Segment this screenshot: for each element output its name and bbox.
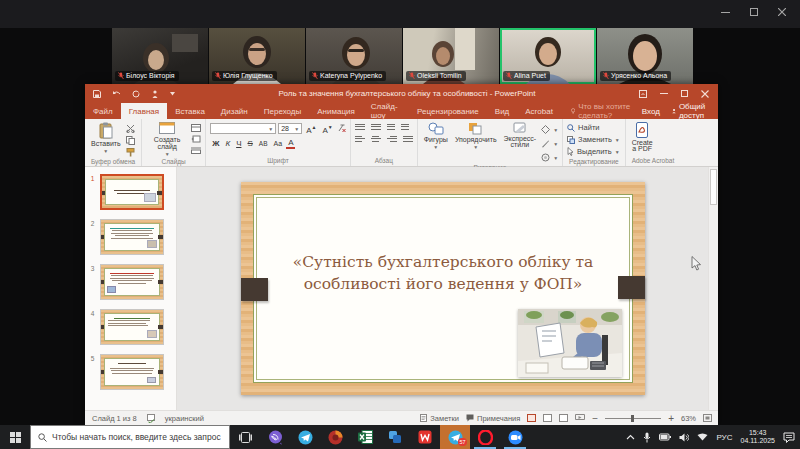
clear-formatting-icon[interactable] [337, 124, 346, 133]
slide-canvas[interactable]: «Сутність бухгалтерського обліку та особ… [241, 182, 645, 395]
shrink-font-button[interactable]: А▼ [320, 122, 334, 136]
ppt-minimize-icon[interactable] [660, 93, 668, 94]
viber-app-button[interactable] [260, 425, 290, 449]
columns-icon[interactable] [403, 134, 413, 143]
start-button[interactable] [0, 425, 30, 449]
search-input[interactable] [52, 432, 229, 442]
slide-thumbnail-2[interactable] [100, 219, 164, 255]
redo-icon[interactable] [132, 90, 140, 98]
line-spacing-icon[interactable] [401, 122, 409, 131]
zoom-in-button[interactable]: + [668, 413, 674, 424]
tab-design[interactable]: Дизайн [213, 103, 256, 119]
replace-button[interactable]: Заменить▼ [567, 134, 620, 145]
underline-button[interactable]: Ч [234, 138, 243, 149]
align-left-icon[interactable] [355, 134, 365, 143]
slide-thumbnail-4[interactable] [100, 309, 164, 345]
copy-icon[interactable] [126, 136, 135, 145]
share-button[interactable]: Общий доступ [672, 102, 710, 120]
tray-clock[interactable]: 15:43 04.11.2025 [740, 429, 775, 445]
opera-app-button[interactable] [470, 425, 500, 449]
sign-in-button[interactable]: Вход [642, 107, 660, 116]
indent-icon[interactable] [387, 122, 395, 131]
zoom-level[interactable]: 63% [681, 414, 696, 423]
tray-expand-icon[interactable] [626, 434, 635, 440]
bold-button[interactable]: Ж [210, 138, 221, 149]
slideshow-view-icon[interactable] [575, 414, 585, 422]
align-center-icon[interactable] [371, 134, 381, 143]
find-button[interactable]: Найти [567, 122, 599, 133]
powerpoint-titlebar[interactable]: Роль та значення бухгалтерського обліку … [85, 84, 718, 103]
browser-app-button[interactable] [320, 425, 350, 449]
vertical-scrollbar[interactable] [708, 167, 718, 410]
language-switcher[interactable]: РУС [716, 433, 732, 442]
battery-icon[interactable] [659, 433, 671, 441]
excel-app-button[interactable] [350, 425, 380, 449]
action-center-icon[interactable] [783, 432, 795, 443]
tell-me-box[interactable]: Что вы хотите сделать? [571, 103, 642, 119]
start-slideshow-icon[interactable] [151, 90, 159, 98]
language-indicator[interactable]: украинский [165, 414, 204, 423]
wordwall-app-button[interactable] [410, 425, 440, 449]
comments-button[interactable]: Примечания [466, 414, 520, 423]
telegram-app-button[interactable] [290, 425, 320, 449]
slide-editing-area[interactable]: «Сутність бухгалтерського обліку та особ… [177, 167, 718, 410]
strikethrough-button[interactable]: S [245, 138, 254, 149]
grow-font-button[interactable]: А▲ [304, 122, 318, 136]
save-icon[interactable] [93, 90, 101, 98]
notes-button[interactable]: Заметки [420, 414, 459, 423]
video-tile-participant[interactable]: Урясенко Альона [597, 28, 693, 84]
slide-thumbnail-5[interactable] [100, 354, 164, 390]
cut-icon[interactable] [126, 124, 135, 133]
close-icon[interactable] [778, 8, 786, 16]
zoom-slider[interactable] [605, 418, 661, 419]
ppt-restore-icon[interactable] [681, 90, 688, 97]
speaker-icon[interactable] [679, 433, 689, 442]
maximize-icon[interactable] [750, 8, 758, 16]
numbering-icon[interactable] [371, 122, 381, 131]
spellcheck-icon[interactable] [147, 414, 155, 423]
video-tile-participant[interactable]: Білоус Вікторія [112, 28, 208, 84]
slide-title[interactable]: «Сутність бухгалтерського обліку та особ… [269, 252, 616, 295]
ribbon-options-icon[interactable] [639, 90, 647, 98]
create-pdf-button[interactable]: Create a PDF [630, 122, 655, 152]
quick-styles-button[interactable]: Экспресс- стили [502, 122, 539, 148]
tab-file[interactable]: Файл [85, 103, 121, 119]
microphone-icon[interactable] [643, 432, 651, 443]
bullets-icon[interactable] [355, 122, 365, 131]
tab-slideshow[interactable]: Слайд-шоу [363, 103, 409, 119]
slide-sorter-view-button[interactable] [543, 414, 552, 422]
paste-button[interactable]: Вставить▼ [89, 122, 123, 154]
reset-icon[interactable] [191, 135, 201, 143]
zoom-slider-knob[interactable] [631, 415, 634, 422]
tab-transitions[interactable]: Переходы [256, 103, 310, 119]
select-button[interactable]: Выделить▼ [567, 146, 620, 157]
tab-animations[interactable]: Анимация [309, 103, 363, 119]
tab-home[interactable]: Главная [121, 103, 167, 119]
minimize-icon[interactable] [721, 12, 730, 13]
layout-icon[interactable] [191, 124, 201, 132]
slide-counter[interactable]: Слайд 1 из 8 [92, 414, 137, 423]
shape-effects-icon[interactable] [541, 153, 550, 162]
scrollbar-thumb[interactable] [710, 169, 717, 205]
normal-view-button[interactable] [527, 414, 536, 422]
align-right-icon[interactable] [387, 134, 397, 143]
shape-outline-icon[interactable] [541, 139, 550, 148]
zoom-out-button[interactable]: − [592, 413, 598, 424]
section-icon[interactable] [191, 146, 201, 154]
task-view-button[interactable] [230, 425, 260, 449]
new-slide-button[interactable]: Создать слайд▼ [146, 122, 188, 157]
font-color-button[interactable]: А [286, 138, 295, 149]
reading-view-button[interactable] [559, 414, 568, 422]
shapes-button[interactable]: Фигуры▼ [422, 122, 450, 150]
italic-button[interactable]: К [223, 138, 232, 149]
taskbar-search[interactable] [30, 425, 230, 449]
font-name-combo[interactable]: ▼ [210, 123, 276, 134]
slide-thumbnail-panel[interactable]: 1 2 3 4 [85, 167, 177, 410]
font-size-combo[interactable]: 28▼ [278, 123, 302, 134]
video-tile-participant[interactable]: Юлія Глущенко [209, 28, 305, 84]
video-tile-participant[interactable]: Oleksii Tomilin [403, 28, 499, 84]
fit-to-window-icon[interactable] [703, 414, 712, 422]
telegram-alert-app-button[interactable]: 57 [440, 425, 470, 449]
format-painter-icon[interactable] [126, 148, 135, 157]
slide-photo-accountant[interactable] [518, 309, 622, 377]
